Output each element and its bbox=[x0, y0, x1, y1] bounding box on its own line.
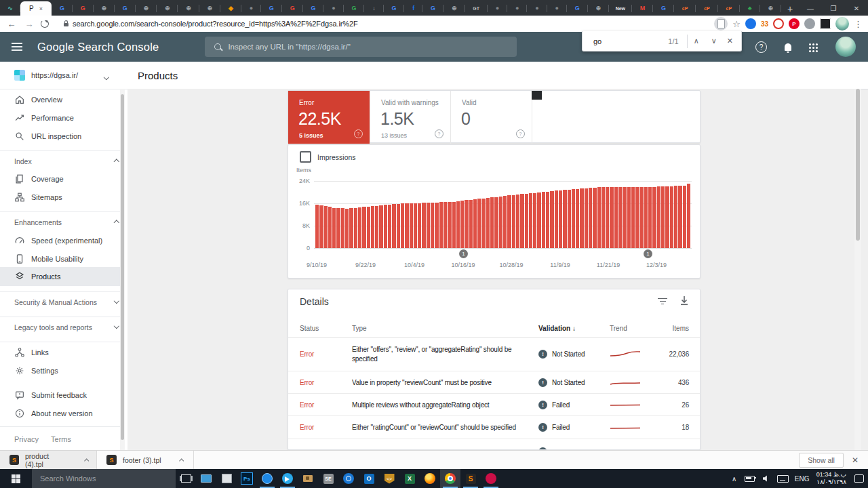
sidebar-scrollbar[interactable] bbox=[120, 89, 125, 450]
chart-bar[interactable] bbox=[473, 199, 477, 248]
chart-bar[interactable] bbox=[661, 186, 665, 248]
back-button[interactable]: ← bbox=[3, 19, 20, 29]
taskbar-app-window[interactable] bbox=[216, 469, 237, 488]
browser-tab[interactable]: M bbox=[632, 1, 653, 16]
browser-tab[interactable]: GT bbox=[465, 1, 488, 16]
browser-tab[interactable]: ● bbox=[241, 1, 261, 16]
chart-bar[interactable] bbox=[392, 204, 395, 248]
forward-button[interactable]: → bbox=[20, 19, 38, 29]
help-icon[interactable]: ? bbox=[755, 41, 767, 53]
chart-bar[interactable] bbox=[665, 186, 669, 248]
tab-close-icon[interactable]: × bbox=[39, 5, 43, 12]
browser-tab[interactable]: ● bbox=[547, 1, 567, 16]
chart-bar[interactable] bbox=[354, 208, 357, 248]
browser-tab[interactable]: cP bbox=[718, 1, 740, 16]
sidebar-section-legacy-tools[interactable]: Legacy tools and reports bbox=[0, 318, 135, 336]
chart-bar[interactable] bbox=[499, 197, 502, 248]
chart-bar[interactable] bbox=[324, 206, 328, 248]
col-items[interactable]: Items bbox=[673, 325, 689, 332]
privacy-link[interactable]: Privacy bbox=[14, 435, 39, 443]
terms-link[interactable]: Terms bbox=[51, 435, 71, 443]
chart-bar[interactable] bbox=[516, 195, 519, 248]
tray-expand-chevron[interactable]: ∧ bbox=[727, 469, 742, 488]
col-status[interactable]: Status bbox=[300, 325, 352, 332]
find-query[interactable]: go bbox=[593, 37, 668, 45]
chart-bar[interactable] bbox=[439, 202, 443, 248]
browser-tab[interactable]: ♣ bbox=[740, 1, 760, 16]
chart-bar[interactable] bbox=[319, 205, 323, 248]
chart-bar[interactable] bbox=[589, 188, 592, 248]
account-avatar[interactable] bbox=[835, 37, 856, 57]
sidebar-item-links[interactable]: Links bbox=[0, 343, 121, 361]
window-maximize-button[interactable]: ❐ bbox=[822, 1, 845, 16]
task-view-button[interactable] bbox=[176, 469, 196, 488]
chart-bar[interactable] bbox=[405, 203, 408, 248]
chart-bar[interactable] bbox=[482, 199, 486, 248]
chart-bar[interactable] bbox=[477, 199, 481, 248]
sidebar-item-performance[interactable]: Performance bbox=[0, 108, 121, 127]
browser-tab[interactable]: ● bbox=[527, 1, 547, 16]
chart-bar[interactable] bbox=[422, 203, 425, 248]
window-minimize-button[interactable]: — bbox=[799, 1, 822, 16]
extension-33-icon[interactable]: 33 bbox=[761, 20, 768, 28]
chart-bar[interactable] bbox=[606, 187, 609, 248]
browser-menu-icon[interactable]: ⋮ bbox=[854, 19, 863, 29]
chart-bar[interactable] bbox=[512, 195, 515, 248]
window-close-button[interactable]: ✕ bbox=[845, 1, 868, 16]
taskbar-app-photoshop[interactable]: Ps bbox=[237, 469, 257, 488]
chart-bar[interactable] bbox=[687, 184, 690, 248]
browser-tab[interactable]: G bbox=[73, 1, 94, 16]
bookmark-star-icon[interactable]: ☆ bbox=[732, 19, 741, 29]
chart-bar[interactable] bbox=[657, 186, 660, 248]
sidebar-item-settings[interactable]: Settings bbox=[0, 361, 121, 380]
downloads-bar-close-icon[interactable]: ✕ bbox=[852, 455, 859, 465]
taskbar-app-excel[interactable]: X bbox=[399, 469, 420, 488]
chart-bar[interactable] bbox=[401, 203, 404, 248]
sidebar-item-speed[interactable]: Speed (experimental) bbox=[0, 231, 121, 249]
extension-blue-icon[interactable] bbox=[745, 18, 756, 29]
sidebar-item-products[interactable]: Products bbox=[0, 267, 121, 286]
sidebar-item-coverage[interactable]: Coverage bbox=[0, 169, 121, 188]
download-item[interactable]: S product (4).tpl bbox=[0, 451, 97, 469]
chart-bar[interactable] bbox=[670, 186, 673, 248]
extension-red-ring-icon[interactable] bbox=[773, 18, 784, 29]
browser-tab[interactable]: ⊕ bbox=[157, 1, 178, 16]
chart-bar[interactable] bbox=[358, 207, 361, 248]
sidebar-section-enhancements[interactable]: Enhancements bbox=[0, 213, 135, 231]
hamburger-menu-icon[interactable] bbox=[12, 43, 22, 44]
chart-bar[interactable] bbox=[542, 192, 545, 248]
chart-bar[interactable] bbox=[537, 192, 540, 248]
taskbar-clock[interactable]: 01:34 ب.ظ ۱۸/۰۹/۱۳۹۸ bbox=[812, 471, 850, 486]
start-button[interactable] bbox=[12, 474, 20, 483]
active-extension-icon[interactable] bbox=[714, 17, 728, 30]
chart-bar[interactable] bbox=[452, 202, 456, 248]
chart-annotation-marker[interactable]: 1 bbox=[459, 249, 468, 258]
taskbar-app-blue-circle[interactable] bbox=[257, 469, 277, 488]
chart-bar[interactable] bbox=[503, 196, 507, 248]
chart-bar[interactable] bbox=[397, 204, 400, 248]
table-row[interactable]: Error Either "offers", "review", or "agg… bbox=[288, 338, 701, 371]
chart-bar[interactable] bbox=[546, 192, 549, 248]
browser-tab[interactable]: ◆ bbox=[220, 1, 241, 16]
browser-tab[interactable]: G bbox=[422, 1, 443, 16]
browser-tab[interactable]: ⊕ bbox=[760, 1, 781, 16]
chart-bar[interactable] bbox=[507, 195, 511, 248]
chart-bar[interactable] bbox=[431, 203, 434, 248]
chart-bar[interactable] bbox=[593, 188, 596, 248]
browser-tab[interactable]: ⊕ bbox=[178, 1, 199, 16]
chart-bar[interactable] bbox=[644, 187, 648, 248]
language-indicator[interactable]: ENG bbox=[792, 469, 812, 488]
browser-tab[interactable]: ⊕ bbox=[94, 1, 115, 16]
chart-bar[interactable] bbox=[371, 206, 374, 248]
sidebar-item-mobile-usability[interactable]: Mobile Usability bbox=[0, 249, 121, 268]
browser-tab[interactable]: ● bbox=[323, 1, 343, 16]
extension-grid-icon[interactable] bbox=[820, 18, 831, 29]
chart-bar[interactable] bbox=[341, 208, 344, 248]
https-lock-icon[interactable] bbox=[64, 23, 68, 26]
chart-bar[interactable] bbox=[456, 201, 460, 248]
chart-bar[interactable] bbox=[614, 187, 618, 248]
chart-bar[interactable] bbox=[678, 186, 682, 248]
download-item[interactable]: S footer (3).tpl bbox=[97, 451, 194, 469]
active-tab[interactable]: P × bbox=[20, 1, 52, 16]
browser-tab[interactable]: ⊕ bbox=[136, 1, 157, 16]
